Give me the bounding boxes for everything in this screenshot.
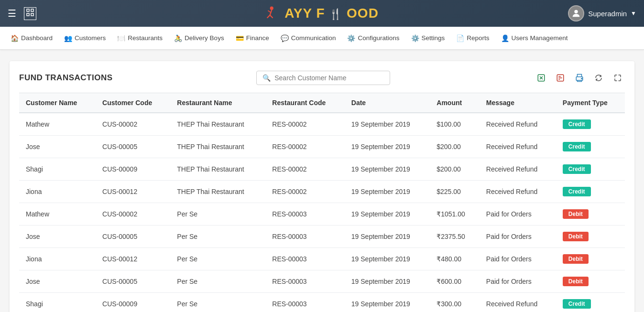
sidebar-item-delivery-boys[interactable]: 🚴 Delivery Boys (169, 31, 229, 46)
cell-payment-type: Credit (556, 136, 625, 158)
cell-restaurant-code: RES-00003 (265, 293, 345, 312)
cell-customer-code: CUS-00005 (96, 270, 170, 293)
cell-date: 19 September 2019 (345, 203, 430, 226)
cell-customer-name: Jose (19, 270, 96, 293)
settings-icon: ⚙️ (411, 34, 419, 42)
svg-line-7 (267, 15, 270, 18)
cell-customer-code: CUS-00002 (96, 113, 170, 136)
cell-message: Paid for Orders (480, 203, 556, 226)
cell-customer-code: CUS-00009 (96, 293, 170, 312)
col-restaurant-name: Restaurant Name (170, 93, 265, 113)
cell-amount: $225.00 (430, 181, 480, 203)
table-head: Customer Name Customer Code Restaurant N… (19, 93, 625, 113)
cell-payment-type: Debit (556, 203, 625, 226)
col-message: Message (480, 93, 556, 113)
sidebar-item-finance[interactable]: 💳 Finance (231, 31, 274, 46)
payment-type-badge: Credit (563, 142, 591, 151)
search-input[interactable] (274, 74, 384, 82)
cell-payment-type: Debit (556, 270, 625, 293)
col-amount: Amount (430, 93, 480, 113)
logo-text: AYY F 🍴 OOD (284, 6, 379, 21)
cell-restaurant-code: RES-00002 (265, 113, 345, 136)
avatar (568, 5, 584, 22)
cell-customer-code: CUS-00002 (96, 203, 170, 226)
maximize-icon[interactable] (24, 7, 36, 20)
svg-line-6 (268, 11, 271, 13)
delivery-boys-icon: 🚴 (174, 34, 182, 42)
col-date: Date (345, 93, 430, 113)
table-row: Mathew CUS-00002 Per Se RES-00003 19 Sep… (19, 203, 625, 226)
table-header-row: Customer Name Customer Code Restaurant N… (19, 93, 625, 113)
table-row: Jiona CUS-00012 Per Se RES-00003 19 Sept… (19, 248, 625, 270)
payment-type-badge: Debit (563, 209, 589, 219)
svg-line-8 (270, 15, 272, 18)
configurations-icon: ⚙️ (347, 34, 355, 42)
sidebar-item-label: Finance (246, 34, 269, 42)
logo: AYY F 🍴 OOD (265, 5, 379, 22)
cell-message: Paid for Orders (480, 248, 556, 270)
cell-payment-type: Debit (556, 226, 625, 248)
hamburger-menu-icon[interactable]: ☰ (8, 8, 16, 19)
cell-message: Received Refund (480, 113, 556, 136)
cell-message: Received Refund (480, 158, 556, 181)
cell-customer-name: Jiona (19, 181, 96, 203)
payment-type-badge: Credit (563, 164, 591, 174)
sidebar-item-customers[interactable]: 👥 Customers (59, 31, 110, 46)
cell-date: 19 September 2019 (345, 181, 430, 203)
svg-point-13 (581, 78, 582, 79)
export-pdf-button[interactable] (553, 71, 568, 85)
cell-date: 19 September 2019 (345, 293, 430, 312)
table-row: Shagi CUS-00009 Per Se RES-00003 19 Sept… (19, 293, 625, 312)
export-excel-button[interactable] (534, 71, 548, 85)
communication-icon: 💬 (281, 34, 289, 42)
cell-message: Paid for Orders (480, 270, 556, 293)
cell-date: 19 September 2019 (345, 136, 430, 158)
cell-restaurant-name: Per Se (170, 293, 265, 312)
cell-payment-type: Credit (556, 113, 625, 136)
cell-restaurant-code: RES-00003 (265, 226, 345, 248)
print-button[interactable] (572, 71, 587, 85)
fund-transactions-card: FUND TRANSACTIONS 🔍 (10, 61, 634, 312)
cell-restaurant-code: RES-00002 (265, 181, 345, 203)
cell-customer-name: Jose (19, 226, 96, 248)
cell-date: 19 September 2019 (345, 248, 430, 270)
cell-customer-name: Mathew (19, 203, 96, 226)
cell-payment-type: Debit (556, 248, 625, 270)
col-customer-code: Customer Code (96, 93, 170, 113)
main-content: FUND TRANSACTIONS 🔍 (0, 50, 644, 312)
sidebar-item-reports[interactable]: 📄 Reports (451, 31, 494, 46)
cell-customer-name: Mathew (19, 113, 96, 136)
cell-restaurant-name: THEP Thai Restaurant (170, 136, 265, 158)
cell-amount: $200.00 (430, 136, 480, 158)
cell-restaurant-name: THEP Thai Restaurant (170, 181, 265, 203)
cell-restaurant-code: RES-00002 (265, 136, 345, 158)
table-row: Mathew CUS-00002 THEP Thai Restaurant RE… (19, 113, 625, 136)
payment-type-badge: Debit (563, 254, 589, 264)
sidebar-item-label: Customers (75, 34, 106, 42)
cell-amount: ₹480.00 (430, 248, 480, 270)
sidebar-item-users-management[interactable]: 👤 Users Management (496, 31, 573, 46)
sidebar-item-dashboard[interactable]: 🏠 Dashboard (6, 31, 57, 46)
card-header: FUND TRANSACTIONS 🔍 (19, 71, 625, 85)
sidebar-item-configurations[interactable]: ⚙️ Configurations (342, 31, 404, 46)
cell-customer-code: CUS-00012 (96, 248, 170, 270)
expand-button[interactable] (611, 71, 625, 85)
cell-date: 19 September 2019 (345, 226, 430, 248)
refresh-button[interactable] (591, 71, 606, 85)
search-wrapper: 🔍 (256, 71, 390, 85)
svg-rect-1 (31, 9, 33, 11)
logo-runner-icon (265, 5, 283, 22)
header-left: ☰ (8, 7, 36, 20)
sidebar-item-label: Delivery Boys (185, 34, 224, 42)
cell-restaurant-code: RES-00003 (265, 270, 345, 293)
sidebar-item-communication[interactable]: 💬 Communication (276, 31, 341, 46)
payment-type-badge: Credit (563, 299, 591, 309)
cell-customer-name: Shagi (19, 293, 96, 312)
sidebar-item-restaurants[interactable]: 🍽️ Restaurants (112, 31, 167, 46)
sidebar-item-settings[interactable]: ⚙️ Settings (406, 31, 450, 46)
toolbar-icons (534, 71, 625, 85)
user-menu[interactable]: Superadmin ▼ (568, 5, 636, 22)
cell-restaurant-name: THEP Thai Restaurant (170, 158, 265, 181)
cell-restaurant-name: Per Se (170, 270, 265, 293)
cell-amount: $100.00 (430, 113, 480, 136)
